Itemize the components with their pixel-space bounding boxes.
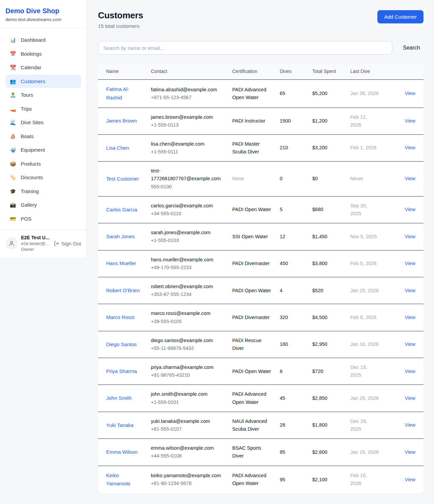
column-header-actions [382, 63, 423, 80]
table-row: Diego Santosdiego.santos@example.com+55-… [98, 331, 423, 358]
cell-certification: PADI Rescue Diver [229, 331, 276, 358]
column-header-dives: Dives [276, 63, 309, 80]
sidebar-item-calendar[interactable]: 📆Calendar [5, 61, 81, 74]
customer-certification: PADI Rescue Diver [232, 338, 261, 351]
sidebar-item-products[interactable]: 📦Products [5, 157, 81, 171]
cell-total-spent: $5,200 [309, 80, 347, 108]
cell-certification: PADI Divemaster [229, 304, 276, 331]
cell-contact: keiko.yamamoto@example.com+81-90-1234-56… [147, 466, 229, 493]
user-name: E2E Test U... [21, 235, 50, 240]
customer-name-link[interactable]: Hans Mueller [106, 259, 136, 268]
sidebar-item-dashboard[interactable]: 📊Dashboard [5, 33, 81, 47]
customer-name-link[interactable]: Priya Sharma [106, 367, 137, 376]
customer-name-link[interactable]: Test Customer [106, 175, 139, 183]
search-button[interactable]: Search [399, 42, 423, 54]
cell-actions: View [382, 162, 423, 197]
cell-name: Carlos Garcia [98, 196, 147, 223]
view-customer-link[interactable]: View [405, 145, 415, 150]
package-icon: 📦 [9, 161, 16, 167]
app-root: Demo Dive Shop demo.test.divestreams.com… [0, 0, 434, 504]
sidebar-item-customers[interactable]: 👥Customers [5, 75, 81, 88]
customer-email: hans.mueller@example.com [151, 256, 225, 264]
cell-last-dive: Jan 28, 2026 [347, 80, 382, 108]
shop-domain: demo.test.divestreams.com [5, 17, 81, 22]
view-customer-link[interactable]: View [405, 422, 415, 428]
cell-certification: PADI Advanced Open Water [229, 466, 276, 493]
cell-total-spent: $2,950 [309, 331, 347, 358]
search-input[interactable] [98, 41, 392, 55]
view-customer-link[interactable]: View [405, 477, 415, 482]
sidebar-item-label: Products [21, 161, 41, 167]
customer-name-link[interactable]: Marco Rossi [106, 313, 134, 322]
add-customer-button[interactable]: Add Customer [377, 10, 423, 23]
cell-contact: lisa.chen@example.com+1-555-0111 [147, 134, 229, 161]
sidebar-item-label: Equipment [21, 147, 45, 153]
sidebar-nav: 📊Dashboard📅Bookings📆Calendar👥Customers🏝️… [0, 29, 86, 230]
column-header-total-spent: Total Spent [309, 63, 347, 80]
sidebar-item-tours[interactable]: 🏝️Tours [5, 88, 81, 102]
cell-dives: 28 [276, 412, 309, 438]
cell-last-dive: Sep 20, 2025 [347, 196, 382, 223]
cell-name: Hans Mueller [98, 250, 147, 277]
sidebar-item-bookings[interactable]: 📅Bookings [5, 47, 81, 61]
sign-out-button[interactable]: Sign Out [54, 241, 81, 246]
customer-name-link[interactable]: Lisa Chen [106, 144, 129, 152]
customer-name-link[interactable]: Emma Wilson [106, 448, 138, 456]
sidebar-item-training[interactable]: 🎓Training [5, 185, 81, 198]
cell-total-spent: $520 [309, 277, 347, 304]
sidebar-item-pos[interactable]: 💳POS [5, 212, 81, 226]
view-customer-link[interactable]: View [405, 395, 415, 401]
sidebar-item-label: Training [21, 188, 39, 195]
view-customer-link[interactable]: View [405, 369, 415, 374]
sidebar-item-gallery[interactable]: 📸Gallery [5, 198, 81, 212]
view-customer-link[interactable]: View [405, 341, 415, 347]
sidebar-item-label: Dashboard [21, 37, 45, 43]
cell-dives: 5 [276, 196, 309, 223]
customer-name-link[interactable]: Diego Santos [106, 340, 137, 349]
view-customer-link[interactable]: View [405, 288, 415, 293]
sidebar-item-boats[interactable]: ⛵Boats [5, 130, 81, 143]
sidebar-item-trips[interactable]: 🚤Trips [5, 102, 81, 116]
customer-name-link[interactable]: Robert O'Brien [106, 286, 140, 295]
view-customer-link[interactable]: View [405, 207, 415, 212]
customer-email: james.brown@example.com [151, 113, 225, 121]
cell-contact: yuki.tanaka@example.com+81-555-0107 [147, 412, 229, 438]
view-customer-link[interactable]: View [405, 91, 415, 96]
sidebar-item-label: Calendar [21, 64, 41, 71]
view-customer-link[interactable]: View [405, 118, 415, 124]
customer-email: diego.santos@example.com [151, 337, 225, 344]
customer-name-link[interactable]: James Brown [106, 117, 137, 125]
view-customer-link[interactable]: View [405, 176, 415, 181]
cell-name: Emma Wilson [98, 439, 147, 466]
customer-name-link[interactable]: Yuki Tanaka [106, 421, 134, 430]
customer-name-link[interactable]: John Smith [106, 394, 132, 403]
view-customer-link[interactable]: View [405, 449, 415, 455]
customer-name-link[interactable]: Sarah Jones [106, 232, 135, 241]
view-customer-link[interactable]: View [405, 315, 415, 320]
customer-phone: +81-555-0107 [151, 425, 225, 433]
customer-phone: +1-555-0103 [151, 237, 225, 244]
customer-name-link[interactable]: Keiko Yamamoto [106, 471, 144, 488]
view-customer-link[interactable]: View [405, 234, 415, 239]
customer-email: yuki.tanaka@example.com [151, 417, 225, 425]
cell-last-dive: Jan 20, 2026 [347, 385, 382, 412]
sidebar-item-equipment[interactable]: 🤿Equipment [5, 143, 81, 157]
cell-last-dive: Jan 25, 2026 [347, 277, 382, 304]
sidebar-item-dive-sites[interactable]: 🌊Dive Sites [5, 116, 81, 129]
cell-contact: robert.obrien@example.com+353-87-555-123… [147, 277, 229, 304]
view-customer-link[interactable]: View [405, 261, 415, 266]
customer-name-link[interactable]: Fatima Al-Rashid [106, 85, 144, 102]
customer-phone: +1-555-0101 [151, 398, 225, 406]
cell-total-spent: $680 [309, 196, 347, 223]
cell-name: James Brown [98, 108, 147, 134]
cell-actions: View [382, 108, 423, 134]
table-row: Sarah Jonessarah.jones@example.com+1-555… [98, 223, 423, 250]
cell-dives: 65 [276, 80, 309, 108]
customer-name-link[interactable]: Carlos Garcia [106, 206, 137, 214]
customer-certification: PADI Open Water [232, 288, 271, 293]
sidebar-item-discounts[interactable]: 🏷️Discounts [5, 171, 81, 184]
cell-last-dive: Feb 10, 2026 [347, 466, 382, 493]
customers-table-card: NameContactCertificationDivesTotal Spent… [98, 63, 423, 493]
user-info: E2E Test U... e2e-tester@... Owner [21, 235, 50, 252]
cell-total-spent: $2,100 [309, 466, 347, 493]
